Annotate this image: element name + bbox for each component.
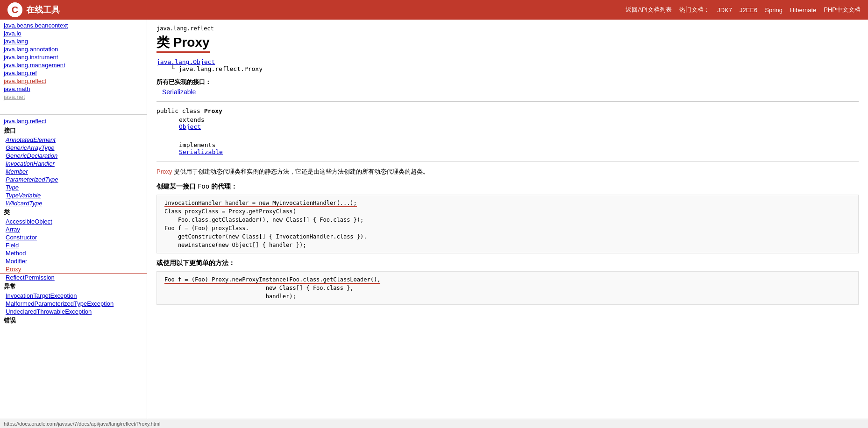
sidebar-class-reflectpermission[interactable]: ReflectPermission	[0, 274, 147, 281]
sidebar-exception-undeclared[interactable]: UndeclaredThrowableException	[0, 308, 147, 316]
example1-heading: 创建某一接口 Foo 的代理：	[157, 182, 859, 191]
back-link[interactable]: 返回API文档列表	[626, 6, 672, 14]
site-name: 在线工具	[26, 4, 60, 15]
sidebar-interface-invocationhandler[interactable]: InvocationHandler	[0, 160, 147, 168]
sidebar-section-package: java.lang.reflect 接口 AnnotatedElement Ge…	[0, 115, 147, 328]
main-layout: java.beans.beancontext java.io java.lang…	[0, 20, 868, 428]
sidebar-pkg-management[interactable]: java.lang.management	[0, 61, 147, 69]
section-class-label: 类	[0, 207, 147, 218]
description-proxy-label: Proxy	[157, 168, 172, 175]
sidebar-class-field[interactable]: Field	[0, 241, 147, 249]
implements-serializable-link[interactable]: Serializable	[179, 148, 223, 155]
implements-block: implements Serializable	[179, 141, 859, 155]
hot-link-php[interactable]: PHP中文文档	[824, 6, 861, 14]
sidebar-pkg-reflect[interactable]: java.lang.reflect	[0, 77, 147, 85]
description-text: 提供用于创建动态代理类和实例的静态方法，它还是由这些方法创建的所有动态代理类的超…	[172, 168, 429, 175]
inheritance-tree: java.lang.Object └ java.lang.reflect.Pro…	[157, 58, 859, 72]
example1-underline: InvocationHandler handler = new MyInvoca…	[164, 200, 357, 207]
hot-link-hibernate[interactable]: Hibernate	[790, 7, 816, 14]
public-keyword: public class	[157, 107, 204, 114]
example2-heading: 或使用以下更简单的方法：	[157, 259, 859, 267]
sidebar-class-modifier[interactable]: Modifier	[0, 257, 147, 265]
sidebar-pkg-annotation[interactable]: java.lang.annotation	[0, 45, 147, 53]
sidebar-pkg-lang[interactable]: java.lang	[0, 37, 147, 45]
sidebar-exception-invocationtarget[interactable]: InvocationTargetException	[0, 292, 147, 300]
example2-underline: Foo f = (Foo) Proxy.newProxyInstance(Foo…	[164, 276, 380, 284]
page-class-title: 类 Proxy	[157, 34, 210, 53]
sidebar-interface-annotated[interactable]: AnnotatedElement	[0, 136, 147, 144]
class-declaration: public class Proxy	[157, 107, 859, 114]
logo-icon: C	[7, 2, 22, 17]
statusbar: https://docs.oracle.com/javase/7/docs/ap…	[0, 419, 868, 428]
example1-code-block: InvocationHandler handler = new MyInvoca…	[157, 195, 859, 253]
interfaces-label: 所有已实现的接口：	[157, 78, 859, 86]
sidebar-interface-genericdecl[interactable]: GenericDeclaration	[0, 152, 147, 160]
sidebar-exception-malformed[interactable]: MalformedParameterizedTypeException	[0, 300, 147, 308]
section-exception-label: 异常	[0, 281, 147, 292]
section-divider-2	[157, 161, 859, 161]
current-class-path: java.lang.reflect.Proxy	[178, 65, 263, 72]
implements-keyword: implements	[179, 141, 215, 148]
header-nav: 返回API文档列表 热门文档： JDK7 J2EE6 Spring Hibern…	[626, 6, 861, 14]
hot-link-jdk7[interactable]: JDK7	[717, 7, 732, 14]
package-list-scroll[interactable]: java.beans.beancontext java.io java.lang…	[0, 21, 147, 115]
sidebar-pkg-math[interactable]: java.math	[0, 85, 147, 93]
serializable-link[interactable]: Serializable	[162, 88, 196, 96]
class-description: Proxy 提供用于创建动态代理类和实例的静态方法，它还是由这些方法创建的所有动…	[157, 167, 859, 177]
example1-text: 创建某一接口	[157, 182, 196, 190]
site-logo[interactable]: C 在线工具	[7, 2, 60, 17]
sidebar-pkg-instrument[interactable]: java.lang.instrument	[0, 53, 147, 61]
class-name: Proxy	[204, 107, 222, 114]
sidebar-pkg-beancontext[interactable]: java.beans.beancontext	[0, 21, 147, 29]
sidebar-pkg-ref[interactable]: java.lang.ref	[0, 69, 147, 77]
sidebar-interface-genericarray[interactable]: GenericArrayType	[0, 144, 147, 152]
current-package-label: java.lang.reflect	[0, 117, 147, 126]
sidebar-class-accessibleobject[interactable]: AccessibleObject	[0, 218, 147, 225]
parent-class-link[interactable]: java.lang.Object	[157, 58, 215, 65]
sidebar-pkg-net[interactable]: java.net	[0, 93, 147, 101]
section-error-label: 错误	[0, 316, 147, 326]
section-interface-label: 接口	[0, 126, 147, 136]
sidebar-interface-wildcardtype[interactable]: WildcardType	[0, 199, 147, 207]
header: C 在线工具 返回API文档列表 热门文档： JDK7 J2EE6 Spring…	[0, 0, 868, 20]
sidebar-class-proxy[interactable]: Proxy	[0, 265, 147, 274]
hot-link-j2ee6[interactable]: J2EE6	[740, 7, 757, 14]
content-area: java.lang.reflect 类 Proxy java.lang.Obje…	[147, 20, 868, 428]
hot-label: 热门文档：	[679, 6, 710, 14]
current-package-link[interactable]: java.lang.reflect	[4, 118, 46, 125]
example1-suffix: 的代理：	[211, 182, 237, 190]
sidebar-interface-member[interactable]: Member	[0, 168, 147, 175]
sidebar-interface-type[interactable]: Type	[0, 183, 147, 191]
section-divider-1	[157, 101, 859, 102]
sidebar-interface-parameterizedtype[interactable]: ParameterizedType	[0, 175, 147, 183]
example2-code-block: Foo f = (Foo) Proxy.newProxyInstance(Foo…	[157, 271, 859, 305]
page-package: java.lang.reflect	[157, 25, 859, 32]
statusbar-text: https://docs.oracle.com/javase/7/docs/ap…	[4, 421, 160, 427]
sidebar-interface-typevariable[interactable]: TypeVariable	[0, 191, 147, 199]
extends-object-link[interactable]: Object	[179, 123, 201, 130]
example1-code-inline: Foo	[198, 182, 209, 190]
sidebar-class-array[interactable]: Array	[0, 225, 147, 233]
sidebar-class-constructor[interactable]: Constructor	[0, 233, 147, 241]
sidebar: java.beans.beancontext java.io java.lang…	[0, 20, 147, 428]
extends-keyword: extends	[179, 116, 205, 123]
hot-link-spring[interactable]: Spring	[765, 7, 783, 14]
sidebar-pkg-io[interactable]: java.io	[0, 29, 147, 37]
sidebar-class-method[interactable]: Method	[0, 249, 147, 257]
extends-block: extends Object	[179, 116, 859, 130]
